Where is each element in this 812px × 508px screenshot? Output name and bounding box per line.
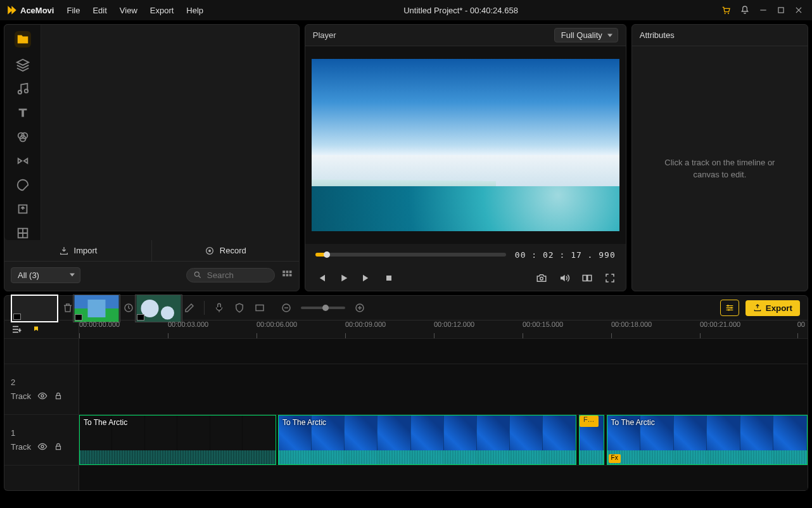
zoom-slider[interactable] — [301, 307, 345, 309]
main-menu: File Edit View Export Help — [60, 2, 210, 19]
ruler-tick: 00:00:09.000 — [345, 321, 386, 338]
stop-icon[interactable] — [384, 273, 394, 283]
transitions-tab-icon[interactable] — [16, 154, 30, 168]
lock-icon[interactable] — [54, 442, 63, 451]
track-2: 2 Track — [4, 364, 808, 414]
zoom-in-icon[interactable] — [354, 302, 365, 314]
export-button[interactable]: Export — [745, 300, 800, 316]
snapshot-icon[interactable] — [536, 272, 547, 284]
menu-help[interactable]: Help — [180, 2, 210, 19]
timeline-clip[interactable]: F… — [579, 415, 604, 465]
menu-edit[interactable]: Edit — [86, 2, 113, 19]
track-number: 2 — [11, 378, 15, 387]
window-maximize-icon[interactable] — [777, 6, 785, 15]
window-minimize-icon[interactable] — [759, 6, 768, 15]
svg-point-4 — [24, 89, 28, 93]
export-tab-icon[interactable] — [16, 202, 30, 216]
visibility-icon[interactable] — [37, 391, 48, 401]
search-input-wrapper[interactable] — [186, 268, 275, 283]
track-label: Track — [11, 442, 31, 452]
app-logo: AceMovi — [0, 4, 60, 16]
edit-icon[interactable] — [184, 302, 195, 314]
player-timecode: 00 : 02 : 17 . 990 — [515, 250, 616, 260]
play-icon[interactable] — [338, 272, 350, 284]
player-progress[interactable] — [315, 253, 506, 257]
svg-rect-18 — [386, 276, 391, 281]
preview-image — [312, 59, 619, 231]
menu-view[interactable]: View — [113, 2, 144, 19]
ruler-tick: 00:00:03.000 — [168, 321, 208, 338]
timeline-settings-button[interactable] — [720, 300, 739, 316]
svg-rect-14 — [88, 300, 106, 317]
window-close-icon[interactable] — [794, 6, 803, 15]
track-body[interactable]: To The Arctic To The Arctic F… To The Ar… — [79, 415, 808, 465]
bell-icon[interactable] — [740, 5, 750, 15]
import-icon — [59, 246, 69, 256]
track-spacer — [4, 465, 808, 490]
zoom-out-icon[interactable] — [281, 302, 292, 314]
reverse-icon[interactable] — [123, 302, 134, 314]
shield-icon[interactable] — [234, 302, 245, 314]
audio-waveform — [80, 450, 276, 464]
marker-button[interactable] — [32, 326, 40, 333]
app-name: AceMovi — [20, 6, 54, 15]
aspect-icon[interactable] — [254, 302, 265, 314]
media-filter-select[interactable]: All (3) — [11, 267, 80, 283]
timeline-toolbar: Export — [4, 295, 808, 321]
filters-tab-icon[interactable] — [16, 130, 30, 144]
import-label: Import — [74, 246, 98, 255]
attributes-panel: Attributes Click a track on the timeline… — [631, 24, 808, 291]
svg-point-33 — [41, 395, 44, 397]
next-frame-icon[interactable] — [361, 272, 372, 284]
search-input[interactable] — [207, 270, 264, 280]
player-canvas[interactable] — [305, 46, 626, 244]
svg-point-1 — [728, 13, 729, 14]
timeline-clip[interactable]: To The Arctic — [79, 415, 276, 465]
volume-icon[interactable] — [559, 272, 570, 284]
time-ruler[interactable]: 00:00:00.00000:00:03.00000:00:06.00000:0… — [79, 321, 808, 338]
cart-icon[interactable] — [721, 5, 731, 15]
fx-badge: Fx — [609, 454, 621, 463]
svg-point-31 — [730, 307, 732, 309]
media-tab-icon[interactable] — [15, 31, 31, 48]
fullscreen-icon[interactable] — [604, 272, 616, 284]
import-tab[interactable]: Import — [4, 240, 151, 262]
audio-tab-icon[interactable] — [16, 82, 30, 96]
category-sidebar — [4, 25, 41, 240]
layers-tab-icon[interactable] — [16, 58, 30, 72]
track-body[interactable] — [79, 364, 808, 414]
track-label: Track — [11, 391, 31, 401]
search-icon — [193, 270, 202, 279]
svg-point-3 — [18, 91, 22, 94]
quality-select[interactable]: Full Quality — [554, 28, 618, 42]
ruler-tick: 00:00:18.000 — [611, 321, 652, 338]
text-tab-icon[interactable] — [16, 106, 30, 120]
ruler-tick: 00:00:21.000 — [700, 321, 740, 338]
clip-label: To The Arctic — [84, 418, 127, 427]
track-options-icon[interactable] — [11, 324, 22, 335]
lock-icon[interactable] — [54, 391, 63, 400]
video-badge-icon — [13, 314, 21, 320]
track-header[interactable]: 1 Track — [4, 415, 79, 465]
menu-file[interactable]: File — [60, 2, 86, 19]
audio-waveform — [607, 450, 807, 464]
timeline-clip[interactable]: To The Arctic Fx — [607, 415, 808, 465]
attributes-placeholder: Click a track on the timeline or canvas … — [632, 46, 808, 291]
svg-point-35 — [41, 445, 44, 448]
delete-icon[interactable] — [62, 302, 73, 314]
video-badge-icon — [75, 314, 82, 321]
menu-export[interactable]: Export — [144, 2, 181, 19]
stickers-tab-icon[interactable] — [16, 178, 30, 192]
voiceover-icon[interactable] — [213, 302, 225, 314]
visibility-icon[interactable] — [37, 441, 48, 452]
record-tab[interactable]: Record — [151, 240, 299, 262]
timeline-ruler-row: 00:00:00.00000:00:03.00000:00:06.00000:0… — [4, 321, 808, 338]
prev-frame-icon[interactable] — [315, 272, 327, 284]
grid-view-icon[interactable] — [281, 269, 293, 281]
timeline-tracks: 2 Track 1 Track T — [4, 338, 808, 491]
timeline-clip[interactable]: To The Arctic — [278, 415, 577, 465]
split-tab-icon[interactable] — [16, 226, 30, 240]
track-header[interactable]: 2 Track — [4, 364, 79, 414]
compare-icon[interactable] — [581, 272, 593, 284]
svg-rect-27 — [256, 305, 263, 311]
